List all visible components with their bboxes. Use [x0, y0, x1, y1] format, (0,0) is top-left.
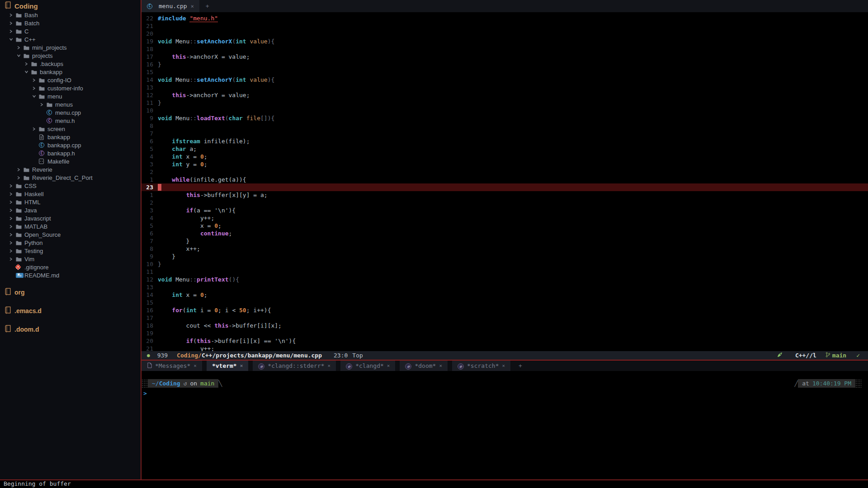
- treemacs-sidebar[interactable]: Coding BashBatchCC++mini_projectsproject…: [0, 0, 141, 479]
- code-line[interactable]: 12 this->anchorY = value;: [142, 91, 868, 99]
- code-line[interactable]: 5 x = 0;: [142, 222, 868, 230]
- tab-close-icon[interactable]: ×: [191, 3, 194, 9]
- workspace-root--doom-d[interactable]: .doom.d: [5, 325, 42, 333]
- tree-item-menus[interactable]: menus: [0, 100, 141, 108]
- buffer-tab-scratch[interactable]: e*scratch*×: [452, 361, 510, 371]
- buffer-tab-clangd[interactable]: e*clangd*×: [340, 361, 395, 371]
- tree-item-c-[interactable]: C++: [0, 35, 141, 43]
- code-line[interactable]: 10: [142, 107, 868, 114]
- workspace-root-org[interactable]: org: [5, 288, 42, 296]
- new-tab-button[interactable]: +: [206, 3, 209, 9]
- chevron-closed-icon[interactable]: [40, 103, 47, 107]
- editor-tab-bar[interactable]: C menu.cpp × +: [142, 0, 868, 12]
- buffer-tab-clangd::stderr[interactable]: e*clangd::stderr*×: [253, 361, 336, 371]
- buffer-tab-doom[interactable]: e*doom*×: [400, 361, 448, 371]
- chevron-closed-icon[interactable]: [32, 127, 39, 131]
- tree-item-bash[interactable]: Bash: [0, 11, 141, 19]
- code-line[interactable]: 17 this->anchorX = value;: [142, 53, 868, 61]
- chevron-closed-icon[interactable]: [17, 176, 24, 180]
- tree-item-screen[interactable]: screen: [0, 125, 141, 133]
- buffer-tab-close-icon[interactable]: ×: [193, 363, 197, 369]
- code-line[interactable]: 17: [142, 314, 868, 322]
- tree-item-open-source[interactable]: Open_Source: [0, 230, 141, 239]
- code-line[interactable]: 13: [142, 283, 868, 291]
- tab-menu-cpp[interactable]: C menu.cpp ×: [142, 0, 199, 12]
- code-line[interactable]: 21 y++;: [142, 345, 868, 351]
- buffer-tab-close-icon[interactable]: ×: [439, 363, 442, 369]
- tree-item-projects[interactable]: projects: [0, 52, 141, 60]
- code-line[interactable]: 18: [142, 45, 868, 53]
- tree-item-mini-projects[interactable]: mini_projects: [0, 43, 141, 52]
- tree-item-bankapp-h[interactable]: Cbankapp.h: [0, 149, 141, 157]
- code-line[interactable]: 8 x++;: [142, 245, 868, 253]
- tree-item-readme-md[interactable]: M↓README.md: [0, 271, 141, 279]
- chevron-closed-icon[interactable]: [9, 216, 16, 221]
- tree-item-javascript[interactable]: Javascript: [0, 214, 141, 222]
- tree-item-vim[interactable]: Vim: [0, 255, 141, 263]
- chevron-closed-icon[interactable]: [9, 29, 16, 33]
- tree-item-python[interactable]: Python: [0, 239, 141, 247]
- tree-item--gitignore[interactable]: .gitignore: [0, 263, 141, 271]
- code-line[interactable]: 3 if(a == '\n'){: [142, 206, 868, 214]
- code-line[interactable]: 12void Menu::printText(){: [142, 276, 868, 283]
- code-line-current[interactable]: 23: [142, 183, 868, 191]
- code-buffer[interactable]: 22#include "menu.h"212019void Menu::setA…: [142, 12, 868, 351]
- code-line[interactable]: 18 cout << this->buffer[i][x];: [142, 322, 868, 329]
- tree-item-batch[interactable]: Batch: [0, 19, 141, 27]
- chevron-closed-icon[interactable]: [9, 184, 16, 188]
- code-line[interactable]: 7 }: [142, 237, 868, 245]
- code-line[interactable]: 22#include "menu.h": [142, 14, 868, 22]
- code-line[interactable]: 9void Menu::loadText(char file[]){: [142, 114, 868, 122]
- buffer-tab-close-icon[interactable]: ×: [240, 363, 243, 369]
- buffer-tab-messages[interactable]: *Messages*×: [142, 361, 202, 371]
- code-line[interactable]: 9 }: [142, 253, 868, 260]
- tree-item-customer-info[interactable]: customer-info: [0, 84, 141, 92]
- tree-item-bankapp[interactable]: bankapp: [0, 68, 141, 76]
- tree-item-makefile[interactable]: ‹›Makefile: [0, 157, 141, 165]
- buffer-tab-vterm[interactable]: *vterm*×: [207, 361, 248, 371]
- chevron-closed-icon[interactable]: [9, 200, 16, 204]
- tree-item-testing[interactable]: Testing: [0, 247, 141, 255]
- tree-item-html[interactable]: HTML: [0, 198, 141, 206]
- code-line[interactable]: 13: [142, 84, 868, 91]
- workspace-root-coding[interactable]: Coding: [5, 1, 38, 11]
- tree-item--backups[interactable]: .backups: [0, 60, 141, 68]
- code-line[interactable]: 8: [142, 122, 868, 130]
- chevron-closed-icon[interactable]: [9, 21, 16, 25]
- buffer-tab-close-icon[interactable]: ×: [502, 363, 505, 369]
- buffer-tab-bar[interactable]: *Messages*×*vterm*×e*clangd::stderr*×e*c…: [142, 361, 868, 371]
- tree-item-bankapp[interactable]: bankapp: [0, 133, 141, 141]
- chevron-open-icon[interactable]: [9, 38, 16, 41]
- chevron-closed-icon[interactable]: [9, 13, 16, 17]
- buffer-tab-close-icon[interactable]: ×: [387, 363, 390, 369]
- chevron-open-icon[interactable]: [32, 94, 39, 98]
- code-line[interactable]: 4 y++;: [142, 214, 868, 222]
- code-line[interactable]: 20 if(this->buffer[i][x] == '\n'){: [142, 337, 868, 345]
- chevron-closed-icon[interactable]: [9, 257, 16, 261]
- code-line[interactable]: 14 int x = 0;: [142, 291, 868, 299]
- buffer-tab-close-icon[interactable]: ×: [328, 363, 331, 369]
- code-line[interactable]: 21: [142, 22, 868, 30]
- chevron-closed-icon[interactable]: [9, 208, 16, 212]
- chevron-open-icon[interactable]: [24, 70, 31, 74]
- code-line[interactable]: 19: [142, 329, 868, 337]
- code-line[interactable]: 4 int x = 0;: [142, 153, 868, 160]
- tree-item-menu[interactable]: menu: [0, 92, 141, 100]
- chevron-closed-icon[interactable]: [32, 78, 39, 82]
- tree-item-menu-cpp[interactable]: Cmenu.cpp: [0, 108, 141, 117]
- chevron-closed-icon[interactable]: [9, 241, 16, 245]
- tree-item-c[interactable]: C: [0, 27, 141, 35]
- tree-item-haskell[interactable]: Haskell: [0, 190, 141, 198]
- code-line[interactable]: 7: [142, 130, 868, 137]
- chevron-open-icon[interactable]: [17, 54, 24, 57]
- tree-item-bankapp-cpp[interactable]: Cbankapp.cpp: [0, 141, 141, 149]
- code-line[interactable]: 1 this->buffer[x][y] = a;: [142, 191, 868, 199]
- code-line[interactable]: 11: [142, 268, 868, 276]
- chevron-closed-icon[interactable]: [9, 225, 16, 229]
- code-line[interactable]: 16 for(int i = 0; i < 50; i++){: [142, 306, 868, 314]
- code-line[interactable]: 10}: [142, 260, 868, 268]
- code-line[interactable]: 15: [142, 299, 868, 306]
- new-buffer-tab-button[interactable]: +: [515, 362, 526, 369]
- code-line[interactable]: 5 char a;: [142, 145, 868, 153]
- tree-item-menu-h[interactable]: Cmenu.h: [0, 117, 141, 125]
